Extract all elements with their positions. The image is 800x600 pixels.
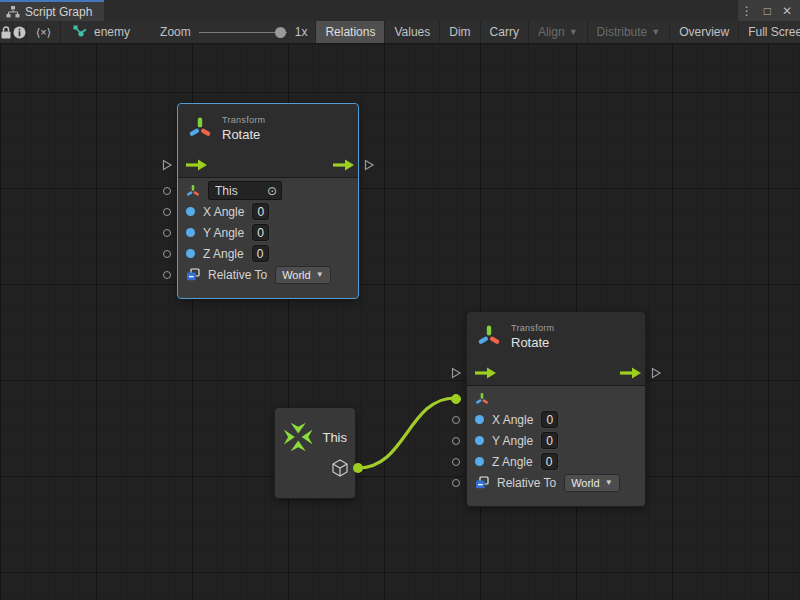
flow-in-arrow-icon — [186, 159, 207, 171]
relative-to-dropdown[interactable]: World ▼ — [564, 474, 619, 492]
flow-out-arrow-icon — [620, 367, 641, 379]
lock-icon — [0, 26, 12, 39]
info-icon — [13, 26, 26, 39]
zoom-slider-track — [199, 32, 287, 33]
flow-output-port[interactable] — [363, 159, 375, 171]
toolbar-button-group: Relations Values Dim Carry Align ▼ Distr… — [315, 21, 800, 43]
x-angle-input-port[interactable] — [163, 208, 171, 216]
overview-button[interactable]: Overview — [670, 21, 739, 43]
z-angle-row: Z Angle 0 — [178, 243, 358, 264]
float-port-icon — [475, 415, 484, 424]
float-port-icon — [475, 436, 484, 445]
target-row: This ⊙ — [178, 180, 358, 201]
dim-button[interactable]: Dim — [440, 21, 480, 43]
object-picker-icon[interactable]: ⊙ — [267, 185, 277, 197]
z-angle-input-port[interactable] — [452, 458, 460, 466]
x-angle-row: X Angle 0 — [178, 201, 358, 222]
flow-input-port[interactable] — [450, 367, 462, 379]
float-port-icon — [475, 457, 484, 466]
converge-arrows-icon — [283, 419, 313, 455]
relative-to-input-port[interactable] — [163, 271, 171, 279]
node-rotate-top[interactable]: Transform Rotate — [178, 104, 358, 298]
info-button[interactable] — [13, 21, 27, 43]
relative-to-input-port[interactable] — [452, 479, 460, 487]
y-angle-input-port[interactable] — [452, 437, 460, 445]
x-angle-value-field[interactable]: 0 — [541, 411, 558, 428]
zoom-control: Zoom 1x — [144, 21, 313, 43]
wire-this-to-rotate[interactable] — [358, 398, 455, 468]
flow-out-arrow-icon — [333, 159, 354, 171]
node-titles: Transform Rotate — [222, 115, 265, 142]
code-view-icon: ⟨×⟩ — [36, 26, 51, 39]
distribute-button[interactable]: Distribute ▼ — [588, 21, 671, 43]
flow-row — [467, 360, 645, 385]
node-titles: Transform Rotate — [511, 323, 554, 350]
tab-script-graph[interactable]: Script Graph — [0, 0, 104, 21]
align-button[interactable]: Align ▼ — [529, 21, 588, 43]
lock-button[interactable] — [0, 21, 13, 43]
z-angle-value-field[interactable]: 0 — [252, 245, 269, 262]
flow-output-port[interactable] — [650, 367, 662, 379]
z-angle-value-field[interactable]: 0 — [541, 453, 558, 470]
x-angle-input-port[interactable] — [452, 416, 460, 424]
graph-canvas[interactable]: Transform Rotate — [0, 44, 800, 600]
z-angle-input-port[interactable] — [163, 250, 171, 258]
this-output-port-connected[interactable] — [353, 463, 363, 473]
float-port-icon — [186, 207, 195, 216]
target-input-port-connected[interactable] — [451, 394, 461, 404]
node-rotate-bottom[interactable]: Transform Rotate — [467, 312, 645, 506]
float-port-icon — [186, 228, 195, 237]
zoom-slider-handle[interactable] — [275, 27, 286, 38]
chevron-down-icon: ▼ — [569, 27, 578, 37]
full-screen-button[interactable]: Full Screen — [739, 21, 800, 43]
zoom-label: Zoom — [160, 25, 191, 39]
target-input-port[interactable] — [163, 187, 171, 195]
transform-icon — [477, 324, 501, 348]
graph-name: enemy — [94, 25, 130, 39]
chevron-down-icon: ▼ — [651, 27, 660, 37]
transform-icon — [186, 184, 200, 198]
z-angle-row: Z Angle 0 — [467, 451, 645, 472]
relations-button[interactable]: Relations — [316, 21, 385, 43]
tab-bar: Script Graph ⋮ □ ✕ — [0, 0, 800, 21]
relative-to-dropdown[interactable]: World ▼ — [275, 266, 330, 284]
transform-icon — [188, 116, 212, 140]
relative-to-row: Relative To World ▼ — [467, 472, 645, 493]
connection-layer — [0, 44, 800, 600]
node-this[interactable]: This — [275, 408, 355, 498]
relative-to-row: Relative To World ▼ — [178, 264, 358, 285]
node-body: X Angle 0 Y Angle 0 Z Angle 0 — [467, 386, 645, 506]
close-icon[interactable]: ✕ — [782, 5, 792, 17]
x-angle-value-field[interactable]: 0 — [252, 203, 269, 220]
flow-input-port[interactable] — [161, 159, 173, 171]
chevron-down-icon: ▼ — [605, 478, 613, 487]
window-controls: ⋮ □ ✕ — [738, 0, 800, 21]
y-angle-input-port[interactable] — [163, 229, 171, 237]
maximize-icon[interactable]: □ — [764, 5, 771, 17]
node-title: Rotate — [222, 127, 265, 142]
enum-icon — [475, 476, 489, 490]
menu-icon[interactable]: ⋮ — [741, 5, 753, 17]
values-button[interactable]: Values — [385, 21, 440, 43]
graph-toolbar: ⟨×⟩ enemy Zoom 1x Relations Values — [0, 21, 800, 44]
y-angle-value-field[interactable]: 0 — [252, 224, 269, 241]
code-view-button[interactable]: ⟨×⟩ — [27, 21, 61, 43]
target-row — [467, 388, 645, 409]
zoom-level: 1x — [295, 25, 308, 39]
zoom-slider[interactable] — [199, 21, 287, 44]
enum-icon — [186, 268, 200, 282]
float-port-icon — [186, 249, 195, 258]
flow-in-arrow-icon — [475, 367, 496, 379]
target-object-field[interactable]: This ⊙ — [208, 181, 282, 200]
x-angle-row: X Angle 0 — [467, 409, 645, 430]
this-node-label: This — [322, 430, 347, 445]
graph-icon — [6, 6, 20, 18]
y-angle-row: Y Angle 0 — [178, 222, 358, 243]
node-header-section: Transform Rotate — [467, 312, 645, 386]
transform-icon — [475, 392, 489, 406]
node-title: Rotate — [511, 335, 554, 350]
carry-button[interactable]: Carry — [481, 21, 529, 43]
node-body: This ⊙ X Angle 0 Y Angle 0 — [178, 178, 358, 298]
y-angle-value-field[interactable]: 0 — [541, 432, 558, 449]
graph-breadcrumb[interactable]: enemy — [61, 21, 144, 43]
